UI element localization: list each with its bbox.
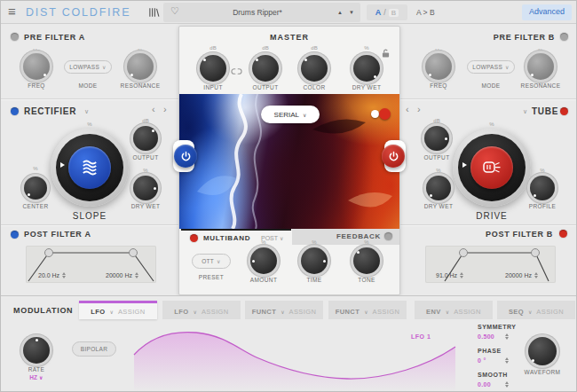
multiband-led[interactable] — [190, 234, 198, 242]
master-output-unit: dB — [255, 45, 276, 51]
menu-icon[interactable]: ≡ — [8, 4, 16, 19]
post-filter-a-high-value[interactable]: 20000 Hz — [106, 272, 138, 278]
multiband-tab[interactable]: MULTIBAND POST ∨ — [181, 229, 291, 245]
multiband-tone-unit: % — [356, 239, 377, 245]
heart-icon[interactable]: ♡ — [170, 5, 179, 17]
link-icon[interactable] — [231, 63, 242, 79]
mod-tab-assign[interactable]: ASSIGN — [536, 308, 564, 316]
advanced-button[interactable]: Advanced — [522, 4, 572, 20]
ab-toggle-b[interactable]: B — [389, 9, 399, 17]
mod-tab-funct2[interactable]: FUNCT ∨ ASSIGN — [328, 301, 407, 319]
mod-tab-assign[interactable]: ASSIGN — [454, 308, 481, 316]
multiband-tone-knob[interactable] — [353, 247, 380, 274]
post-filter-a-low-value[interactable]: 20.0 Hz — [38, 272, 66, 278]
rectifier-chevron-icon[interactable]: ∨ — [84, 108, 89, 115]
stepper-icon[interactable] — [135, 272, 138, 278]
preset-prev-button[interactable]: ▲ — [337, 10, 343, 15]
pre-filter-a-resonance-knob[interactable] — [127, 53, 154, 80]
ab-toggle-a[interactable]: A — [375, 8, 382, 17]
smooth-value[interactable]: 0.00 — [478, 381, 491, 388]
multiband-amount-knob[interactable] — [250, 247, 277, 274]
routing-ab-toggle[interactable] — [371, 107, 394, 120]
pre-filter-b-resonance-knob[interactable] — [527, 53, 554, 80]
chevron-down-icon: ∨ — [281, 309, 284, 315]
rectifier-led[interactable] — [11, 107, 19, 115]
mod-tab-lfo1[interactable]: LFO ∨ ASSIGN — [79, 301, 157, 319]
lfo-rate-mode-dropdown[interactable]: HZ ∨ — [17, 374, 56, 380]
multiband-preset-dropdown[interactable]: OTT ∨ — [192, 254, 231, 269]
pre-filter-b-freq-knob[interactable] — [425, 53, 452, 80]
stepper-icon[interactable] — [460, 272, 463, 278]
mod-tab-label: FUNCT — [336, 308, 360, 316]
stepper-icon[interactable] — [505, 381, 509, 388]
tube-prev-icon[interactable]: ‹ — [406, 104, 409, 114]
post-filter-a-high-text: 20000 Hz — [106, 272, 132, 278]
master-drywet-knob[interactable] — [353, 55, 380, 82]
preset-next-button[interactable]: ▼ — [349, 10, 354, 15]
bipolar-button[interactable]: BIPOLAR — [72, 341, 116, 357]
multiband-preset-value: OTT — [202, 258, 214, 264]
stepper-icon[interactable] — [505, 333, 509, 340]
post-filter-a-led[interactable] — [11, 231, 19, 239]
tube-profile-knob[interactable] — [530, 176, 555, 200]
pre-filter-b-mode-dropdown[interactable]: LOWPASS ∨ — [467, 60, 515, 74]
phase-value[interactable]: 0 ° — [478, 357, 486, 364]
waveform-knob[interactable] — [528, 337, 557, 365]
mod-tab-assign[interactable]: ASSIGN — [118, 308, 146, 316]
master-input-knob[interactable] — [200, 55, 226, 82]
chevron-down-icon: ∨ — [280, 236, 283, 241]
bipolar-label: BIPOLAR — [81, 346, 107, 352]
tube-drywet-knob[interactable] — [426, 176, 451, 200]
rectifier-prev-icon[interactable]: ‹ — [152, 104, 155, 114]
stepper-icon[interactable] — [505, 357, 509, 364]
divider — [400, 98, 577, 99]
pre-filter-b-led[interactable] — [560, 33, 568, 41]
mod-tab-assign[interactable]: ASSIGN — [373, 308, 400, 316]
ab-copy-button[interactable]: A > B — [416, 8, 435, 17]
lfo-rate-label: RATE — [17, 366, 56, 372]
mod-tab-seq[interactable]: SEQ ∨ ASSIGN — [497, 301, 575, 319]
pre-filter-a-led[interactable] — [11, 33, 19, 41]
power-button-b[interactable] — [382, 145, 405, 168]
post-filter-b-title: POST FILTER B — [477, 230, 553, 239]
tube-chevron-icon[interactable]: ∨ — [523, 108, 527, 115]
lock-icon[interactable] — [382, 46, 390, 62]
toggle-dot-white — [371, 110, 379, 118]
pre-filter-b-mode-value: LOWPASS — [472, 64, 502, 70]
library-icon[interactable] — [148, 6, 160, 22]
post-filter-b-high-value[interactable]: 20000 Hz — [505, 272, 538, 278]
feedback-led[interactable] — [384, 232, 392, 240]
pre-filter-b-title: PRE FILTER B — [480, 33, 555, 42]
tube-led[interactable] — [560, 107, 568, 115]
lfo-rate-knob[interactable] — [23, 337, 50, 364]
power-button-a[interactable] — [174, 145, 197, 168]
tube-output-knob[interactable] — [424, 126, 449, 151]
post-filter-b-low-value[interactable]: 91.0 Hz — [436, 272, 463, 278]
rectifier-drywet-knob[interactable] — [133, 176, 158, 200]
symmetry-value[interactable]: 0.500 — [478, 333, 494, 340]
pre-filter-a-freq-knob[interactable] — [23, 53, 50, 80]
rectifier-center-knob[interactable] — [24, 176, 47, 200]
master-output-knob[interactable] — [252, 55, 279, 82]
mod-tab-assign[interactable]: ASSIGN — [289, 308, 317, 316]
rectifier-output-knob[interactable] — [133, 126, 158, 151]
rectifier-slope-knob[interactable] — [51, 129, 129, 207]
tube-drive-knob[interactable] — [453, 129, 531, 207]
ab-toggle[interactable]: A / B — [367, 4, 407, 20]
master-color-knob[interactable] — [301, 55, 328, 82]
mod-tab-assign[interactable]: ASSIGN — [202, 308, 229, 316]
tube-next-icon[interactable]: › — [417, 104, 421, 114]
preset-browser[interactable]: ♡ Drums Ripper* ▲ ▼ — [163, 3, 360, 22]
routing-dropdown[interactable]: SERIAL ∨ — [261, 106, 320, 123]
mod-tab-funct1[interactable]: FUNCT ∨ ASSIGN — [245, 301, 323, 319]
rectifier-next-icon[interactable]: › — [163, 104, 167, 114]
chevron-down-icon: ∨ — [528, 309, 532, 315]
mod-tab-env[interactable]: ENV ∨ ASSIGN — [415, 301, 493, 319]
stepper-icon[interactable] — [534, 272, 538, 278]
multiband-time-knob[interactable] — [301, 247, 328, 274]
mod-tab-lfo2[interactable]: LFO ∨ ASSIGN — [162, 301, 241, 319]
preset-name[interactable]: Drums Ripper* — [190, 8, 325, 17]
pre-filter-a-mode-dropdown[interactable]: LOWPASS ∨ — [64, 60, 112, 74]
stepper-icon[interactable] — [62, 272, 66, 278]
post-filter-b-led[interactable] — [559, 230, 567, 238]
